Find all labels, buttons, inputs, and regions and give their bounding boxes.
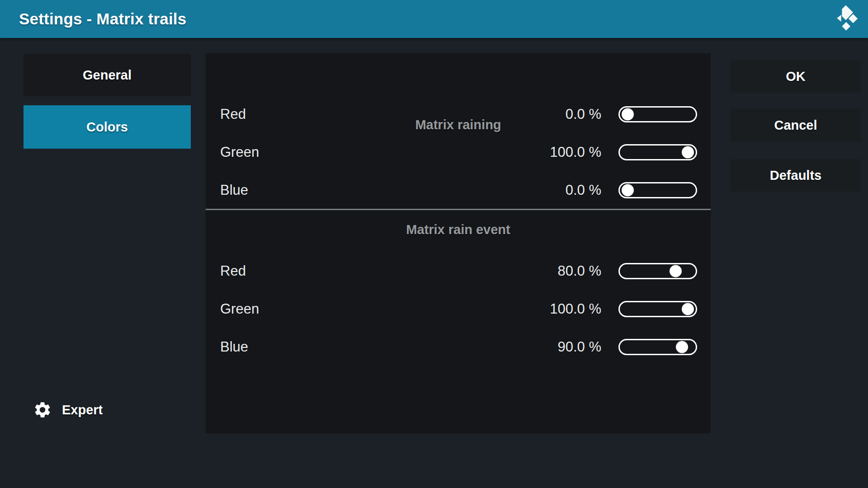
section-separator [206, 209, 711, 210]
slider-knob[interactable] [682, 146, 694, 159]
slider[interactable] [618, 106, 697, 122]
section-title: Matrix rain event [206, 222, 711, 237]
setting-value: 100.0 % [486, 144, 601, 160]
page-title: Settings - Matrix trails [19, 0, 186, 38]
sidebar-item-label: General [83, 68, 132, 83]
setting-value: 0.0 % [486, 182, 601, 198]
setting-value: 80.0 % [486, 263, 601, 279]
setting-row-blue[interactable]: Blue 90.0 % [206, 328, 711, 366]
setting-label: Green [220, 301, 259, 317]
setting-row-blue[interactable]: Blue 0.0 % [206, 171, 711, 209]
settings-dialog: Settings - Matrix trails General Colors … [0, 0, 868, 488]
sidebar-item-colors[interactable]: Colors [24, 105, 191, 149]
settings-level-label: Expert [62, 403, 103, 418]
slider-knob[interactable] [670, 265, 682, 277]
setting-row-red[interactable]: Red 80.0 % [206, 252, 711, 290]
defaults-button[interactable]: Defaults [731, 159, 861, 192]
setting-label: Green [220, 144, 259, 160]
slider[interactable] [618, 263, 697, 279]
ok-button[interactable]: OK [731, 60, 861, 93]
slider-knob[interactable] [622, 184, 634, 197]
title-bar: Settings - Matrix trails [0, 0, 868, 38]
setting-label: Red [220, 106, 246, 122]
setting-label: Red [220, 263, 246, 279]
settings-panel: Matrix raining Red 0.0 % Green 100.0 % B… [206, 53, 711, 433]
slider-knob[interactable] [676, 341, 688, 353]
kodi-logo-icon [830, 4, 861, 34]
cancel-button-label: Cancel [774, 118, 817, 133]
slider-knob[interactable] [622, 108, 634, 121]
defaults-button-label: Defaults [770, 168, 821, 183]
slider-knob[interactable] [682, 303, 694, 315]
settings-level-toggle[interactable]: Expert [33, 399, 103, 421]
setting-row-red[interactable]: Red 0.0 % [206, 95, 711, 133]
slider[interactable] [618, 339, 697, 355]
slider[interactable] [618, 144, 697, 160]
sidebar-item-general[interactable]: General [24, 54, 191, 96]
cancel-button[interactable]: Cancel [731, 109, 861, 141]
setting-row-green[interactable]: Green 100.0 % [206, 290, 711, 328]
setting-value: 100.0 % [486, 301, 601, 317]
slider[interactable] [618, 301, 697, 317]
setting-label: Blue [220, 339, 248, 355]
setting-value: 0.0 % [486, 106, 601, 122]
sidebar-item-label: Colors [86, 120, 128, 135]
setting-value: 90.0 % [486, 339, 601, 355]
gear-icon [33, 400, 52, 419]
ok-button-label: OK [786, 69, 806, 84]
setting-label: Blue [220, 182, 248, 198]
slider[interactable] [618, 182, 697, 198]
setting-row-green[interactable]: Green 100.0 % [206, 133, 711, 171]
